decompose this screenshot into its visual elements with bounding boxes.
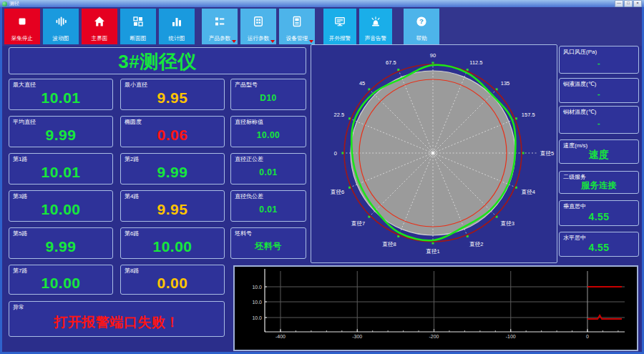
home-icon <box>94 9 105 34</box>
dropdown-arrow-icon <box>232 40 236 43</box>
stop-icon <box>16 9 28 34</box>
dropdown-arrow-icon <box>309 40 313 43</box>
svg-text:-300: -300 <box>352 334 362 339</box>
metric-card-channel-5: 第5路 9.99 <box>9 227 113 259</box>
svg-text:直径2: 直径2 <box>469 241 483 247</box>
toolbar-button-label: 开外报警 <box>329 34 351 41</box>
run-params-icon <box>253 9 264 34</box>
status-value: 4.55 <box>560 201 638 225</box>
svg-text:67.5: 67.5 <box>386 59 396 66</box>
metric-value: 坯料号 <box>231 228 306 258</box>
gauge-title-card: 3#测径仪 <box>9 47 306 74</box>
alarm-status-card: 异常 打开报警端口失败！ <box>9 301 225 337</box>
toolbar-button-sound-alarm[interactable]: 声音告警 <box>359 9 392 44</box>
toolbar-button-statistics[interactable]: 统计图 <box>159 9 195 44</box>
metric-value: 10.00 <box>9 265 112 294</box>
toolbar-button-external-alarm[interactable]: 开外报警 <box>323 9 356 44</box>
toolbar-button-cross-section[interactable]: 断面图 <box>120 9 156 44</box>
toolbar-button-label: 主界面 <box>92 34 108 41</box>
metric-card-channel-7: 第7路 10.00 <box>9 265 113 295</box>
metric-value: 9.99 <box>121 154 224 184</box>
status-value: - <box>560 46 638 73</box>
svg-text:直径7: 直径7 <box>351 220 365 227</box>
toolbar-button-device-manage[interactable]: 设备管理 <box>279 9 315 44</box>
trend-chart: 10.010.010.0-400-300-200-1000 <box>233 265 638 351</box>
metric-card-ovality: 椭圆度 0.06 <box>120 116 225 147</box>
status-card-copper-liquid-temp: 铜液温度(℃) - <box>559 78 639 103</box>
toolbar-button-label: 帮助 <box>416 34 426 41</box>
svg-text:10.0: 10.0 <box>252 300 262 305</box>
toolbar-button-main-screen[interactable]: 主界面 <box>82 9 117 44</box>
toolbar-button-wave-chart[interactable]: 波动图 <box>43 9 79 44</box>
metric-card-plus-tolerance: 直径正公差 0.01 <box>230 153 306 185</box>
status-card-copper-material-temp: 铜材温度(℃) - <box>559 106 639 134</box>
device-manage-icon <box>291 9 303 34</box>
svg-text:45: 45 <box>359 80 365 87</box>
metric-value: 9.99 <box>9 117 112 147</box>
toolbar-button-label: 产品参数 <box>209 34 230 41</box>
metric-card-nominal-diameter: 直径标称值 10.00 <box>230 116 306 147</box>
svg-text:90: 90 <box>430 52 436 59</box>
metric-value: 0.01 <box>231 191 306 221</box>
toolbar: 采集停止 波动图 主界面 断面图 统计图 <box>0 7 644 46</box>
svg-text:10.0: 10.0 <box>252 315 262 320</box>
svg-text:-200: -200 <box>429 334 439 339</box>
alarm-message: 打开报警端口失败！ <box>9 302 224 336</box>
toolbar-button-label: 统计图 <box>169 34 185 41</box>
trend-chart-canvas: 10.010.010.0-400-300-200-1000 <box>235 267 637 350</box>
status-card-air-pressure: 风口风压(Pa) - <box>559 46 639 74</box>
app-icon <box>2 1 7 6</box>
bar-chart-icon <box>171 9 182 34</box>
metric-value: 10.01 <box>9 79 112 109</box>
close-button[interactable]: × <box>633 0 642 7</box>
metric-card-min-diameter: 最小直径 9.95 <box>120 79 225 110</box>
window-title: 测径 <box>9 0 19 7</box>
metric-card-billet-number: 坯料号 坯料号 <box>230 227 306 259</box>
metric-value: 0.00 <box>121 265 224 294</box>
status-card-server-connection: 二级服务 服务连接 <box>559 171 639 194</box>
status-value: - <box>560 79 638 102</box>
toolbar-button-stop-capture[interactable]: 采集停止 <box>4 9 40 44</box>
metric-value: 9.95 <box>121 79 224 109</box>
metric-card-avg-diameter: 平均直径 9.99 <box>9 116 113 147</box>
metric-card-product-model: 产品型号 D10 <box>230 79 306 110</box>
toolbar-button-label: 断面图 <box>130 34 147 41</box>
metric-card-max-diameter: 最大直径 10.01 <box>9 79 113 110</box>
metric-card-channel-6: 第6路 10.00 <box>120 227 225 259</box>
minimize-button[interactable]: — <box>615 0 623 7</box>
polar-chart-canvas: 直径5157.5135112.59067.54522.50直径6直径7直径8直径… <box>311 45 555 261</box>
metric-value: 10.00 <box>9 191 112 221</box>
metric-card-channel-2: 第2路 9.99 <box>120 153 225 185</box>
svg-text:?: ? <box>419 17 424 25</box>
metric-card-minus-tolerance: 直径负公差 0.01 <box>230 190 306 222</box>
toolbar-button-label: 波动图 <box>53 34 69 41</box>
metric-value: 9.99 <box>9 228 112 258</box>
status-card-speed: 速度(m/s) 速度 <box>559 139 639 164</box>
waveform-icon <box>55 9 67 34</box>
toolbar-button-label: 采集停止 <box>11 34 33 41</box>
product-params-icon <box>214 9 225 34</box>
svg-text:0: 0 <box>334 150 337 157</box>
metric-value: 10.00 <box>121 228 224 258</box>
metric-card-channel-1: 第1路 10.01 <box>9 153 113 185</box>
toolbar-button-help[interactable]: ? 帮助 <box>404 9 439 44</box>
svg-text:157.5: 157.5 <box>522 112 535 118</box>
status-value: 速度 <box>560 140 638 163</box>
toolbar-button-product-params[interactable]: 产品参数 <box>202 9 238 44</box>
svg-text:直径8: 直径8 <box>382 241 396 247</box>
svg-text:135: 135 <box>501 80 510 87</box>
metric-value: 0.01 <box>231 154 306 184</box>
maximize-button[interactable]: □ <box>624 0 633 7</box>
cross-section-icon <box>132 9 144 34</box>
help-icon: ? <box>416 9 427 34</box>
external-alarm-icon <box>334 9 346 34</box>
metric-card-channel-8: 第8路 0.00 <box>120 265 225 295</box>
svg-text:直径6: 直径6 <box>330 189 344 195</box>
svg-text:22.5: 22.5 <box>334 112 345 118</box>
toolbar-button-label: 设备管理 <box>286 34 308 41</box>
toolbar-button-run-params[interactable]: 运行参数 <box>240 9 276 44</box>
app-window: 测径 — □ × 采集停止 波动图 主界面 <box>0 0 644 354</box>
status-card-horizontal-centering: 水平居中 4.55 <box>559 232 639 257</box>
svg-text:-100: -100 <box>506 334 516 339</box>
status-card-vertical-centering: 垂直居中 4.55 <box>559 200 639 226</box>
